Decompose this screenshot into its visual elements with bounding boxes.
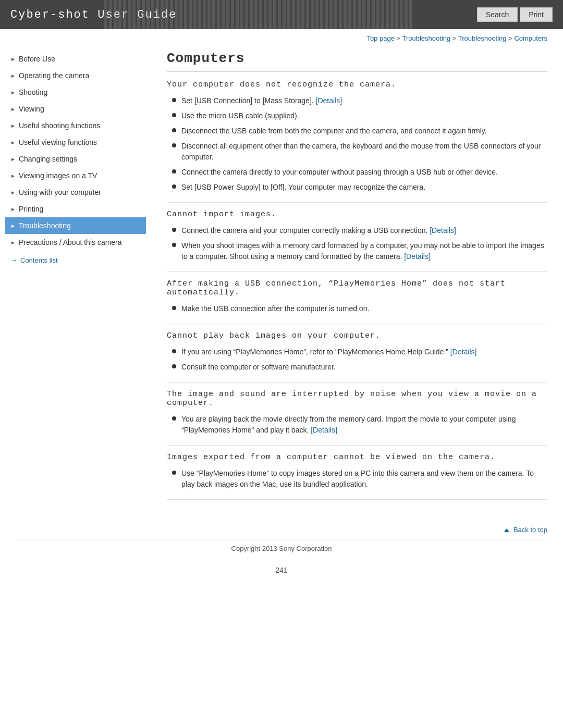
list-item: Use the micro USB cable (supplied). — [172, 110, 547, 121]
print-button[interactable]: Print — [520, 7, 553, 22]
back-to-top: Back to top — [0, 521, 563, 539]
contents-list-link[interactable]: → Contents list — [5, 251, 146, 264]
details-link[interactable]: [Details] — [430, 226, 456, 235]
list-item: Disconnect all equipment other than the … — [172, 141, 547, 163]
sidebar-item-operating[interactable]: ► Operating the camera — [5, 67, 146, 84]
details-link[interactable]: [Details] — [404, 252, 431, 261]
bullet-list-2: Connect the camera and your computer cor… — [167, 225, 547, 262]
back-to-top-link[interactable]: Back to top — [504, 526, 547, 534]
section-noise-movie: The image and sound are interrupted by n… — [167, 390, 547, 446]
copyright: Copyright 2013 Sony Corporation — [16, 539, 547, 558]
chevron-right-icon: ► — [10, 156, 16, 162]
bullet-icon — [172, 416, 176, 421]
triangle-up-icon — [504, 528, 509, 532]
breadcrumb: Top page > Troubleshooting > Troubleshoo… — [0, 29, 563, 45]
sidebar: ► Before Use ► Operating the camera ► Sh… — [0, 51, 151, 515]
chevron-right-icon: ► — [10, 106, 16, 112]
sidebar-item-precautions[interactable]: ► Precautions / About this camera — [5, 234, 146, 251]
section-heading-5: The image and sound are interrupted by n… — [167, 390, 547, 408]
bullet-icon — [172, 364, 176, 368]
list-item: Connect the camera directly to your comp… — [172, 167, 547, 178]
page-title: Computers — [167, 51, 547, 72]
sidebar-item-viewing[interactable]: ► Viewing — [5, 101, 146, 117]
page-layout: ► Before Use ► Operating the camera ► Sh… — [0, 45, 563, 521]
bullet-icon — [172, 228, 176, 232]
details-link[interactable]: [Details] — [316, 96, 342, 105]
bullet-icon — [172, 306, 176, 310]
section-cannot-playback: Cannot play back images on your computer… — [167, 331, 547, 382]
chevron-right-icon: ► — [10, 123, 16, 129]
header-decorative-pattern — [104, 0, 500, 29]
sidebar-item-using-computer[interactable]: ► Using with your computer — [5, 184, 146, 201]
contents-list-label: Contents list — [20, 256, 58, 264]
sidebar-item-useful-shooting[interactable]: ► Useful shooting functions — [5, 117, 146, 134]
bullet-icon — [172, 128, 176, 132]
sidebar-item-before-use[interactable]: ► Before Use — [5, 51, 146, 67]
bullet-icon — [172, 243, 176, 247]
sidebar-item-shooting[interactable]: ► Shooting — [5, 84, 146, 101]
section-exported-not-viewed: Images exported from a computer cannot b… — [167, 453, 547, 500]
section-heading-3: After making a USB connection, “PlayMemo… — [167, 279, 547, 297]
list-item: Consult the computer or software manufac… — [172, 362, 547, 373]
bullet-icon — [172, 98, 176, 102]
bullet-list-6: Use “PlayMemories Home” to copy images s… — [167, 468, 547, 490]
chevron-right-icon: ► — [10, 56, 16, 62]
chevron-right-icon: ► — [10, 223, 16, 229]
section-heading-2: Cannot import images. — [167, 210, 547, 219]
list-item: Set [USB Connection] to [Mass Storage]. … — [172, 95, 547, 106]
list-item: Use “PlayMemories Home” to copy images s… — [172, 468, 547, 490]
section-cannot-import: Cannot import images. Connect the camera… — [167, 210, 547, 272]
chevron-right-icon: ► — [10, 206, 16, 212]
chevron-right-icon: ► — [10, 190, 16, 195]
page-number: 241 — [0, 558, 563, 583]
list-item: Make the USB connection after the comput… — [172, 303, 547, 314]
breadcrumb-computers[interactable]: Computers — [514, 34, 547, 42]
list-item: Set [USB Power Supply] to [Off]. Your co… — [172, 182, 547, 193]
breadcrumb-troubleshooting1[interactable]: Troubleshooting — [402, 34, 450, 42]
details-link[interactable]: [Details] — [450, 348, 477, 356]
list-item: When you shoot images with a memory card… — [172, 240, 547, 262]
bullet-icon — [172, 349, 176, 353]
breadcrumb-troubleshooting2[interactable]: Troubleshooting — [458, 34, 507, 42]
back-to-top-label: Back to top — [513, 526, 547, 534]
section-heading-6: Images exported from a computer cannot b… — [167, 453, 547, 462]
chevron-right-icon: ► — [10, 90, 16, 95]
chevron-right-icon: ► — [10, 173, 16, 179]
chevron-right-icon: ► — [10, 140, 16, 145]
bullet-icon — [172, 113, 176, 117]
bullet-icon — [172, 471, 176, 475]
bullet-list-4: If you are using “PlayMemories Home”, re… — [167, 347, 547, 373]
section-heading-1: Your computer does not recognize the cam… — [167, 80, 547, 89]
sidebar-item-printing[interactable]: ► Printing — [5, 201, 146, 217]
sidebar-item-changing-settings[interactable]: ► Changing settings — [5, 151, 146, 167]
sidebar-item-troubleshooting[interactable]: ► Troubleshooting — [5, 217, 146, 234]
copyright-text: Copyright 2013 Sony Corporation — [231, 545, 332, 552]
chevron-right-icon: ► — [10, 240, 16, 245]
bullet-icon — [172, 184, 176, 189]
chevron-right-icon: ► — [10, 73, 16, 79]
bullet-list-1: Set [USB Connection] to [Mass Storage]. … — [167, 95, 547, 193]
bullet-list-3: Make the USB connection after the comput… — [167, 303, 547, 314]
header: Cyber-shot User Guide Search Print — [0, 0, 563, 29]
sidebar-item-viewing-tv[interactable]: ► Viewing images on a TV — [5, 167, 146, 184]
list-item: Disconnect the USB cable from both the c… — [172, 126, 547, 137]
section-playmemories-not-start: After making a USB connection, “PlayMemo… — [167, 279, 547, 324]
bullet-icon — [172, 143, 176, 147]
sidebar-item-useful-viewing[interactable]: ► Useful viewing functions — [5, 134, 146, 151]
section-heading-4: Cannot play back images on your computer… — [167, 331, 547, 340]
breadcrumb-top[interactable]: Top page — [366, 34, 395, 42]
list-item: You are playing back the movie directly … — [172, 414, 547, 436]
section-not-recognize: Your computer does not recognize the cam… — [167, 80, 547, 203]
details-link[interactable]: [Details] — [311, 426, 337, 434]
list-item: Connect the camera and your computer cor… — [172, 225, 547, 236]
arrow-right-icon: → — [10, 256, 18, 264]
main-content: Computers Your computer does not recogni… — [151, 51, 563, 515]
list-item: If you are using “PlayMemories Home”, re… — [172, 347, 547, 357]
bullet-list-5: You are playing back the movie directly … — [167, 414, 547, 436]
bullet-icon — [172, 169, 176, 174]
